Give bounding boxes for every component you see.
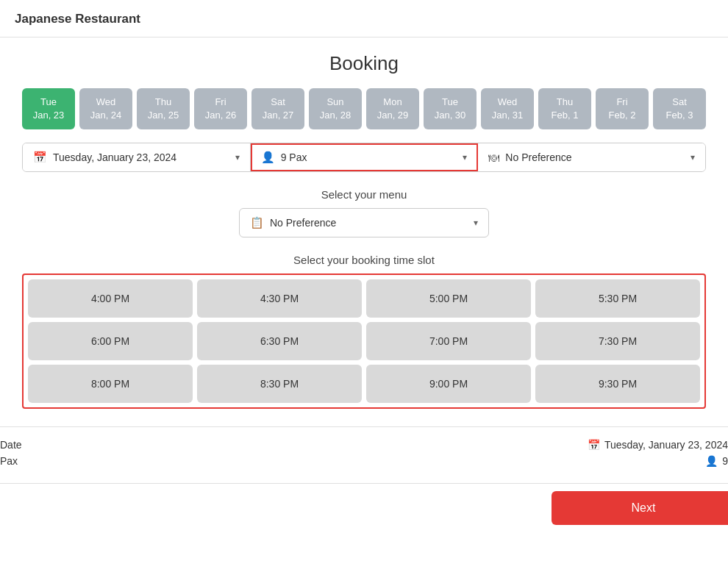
date-tab-9[interactable]: ThuFeb, 1 bbox=[538, 88, 591, 129]
date-tab-4[interactable]: SatJan, 27 bbox=[251, 88, 304, 129]
timeslots-grid: 4:00 PM4:30 PM5:00 PM5:30 PM6:00 PM6:30 … bbox=[28, 279, 700, 403]
timeslot-1[interactable]: 4:30 PM bbox=[197, 279, 362, 318]
date-tab-day: Thu bbox=[557, 96, 573, 107]
timeslot-8[interactable]: 8:00 PM bbox=[28, 365, 193, 403]
date-tab-day: Thu bbox=[155, 96, 171, 107]
date-tab-day: Sun bbox=[326, 96, 343, 107]
date-tab-8[interactable]: WedJan, 31 bbox=[481, 88, 534, 129]
date-chevron-icon: ▾ bbox=[235, 152, 240, 162]
date-tab-date: Jan, 30 bbox=[435, 110, 466, 121]
main-content: Booking TueJan, 23WedJan, 24ThuJan, 25Fr… bbox=[0, 37, 728, 409]
summary-pax-row: Pax 👤 9 bbox=[0, 455, 728, 467]
timeslot-2[interactable]: 5:00 PM bbox=[366, 279, 531, 318]
date-tab-6[interactable]: MonJan, 29 bbox=[366, 88, 419, 129]
page-header: Japanese Restaurant bbox=[0, 0, 728, 37]
date-tab-day: Tue bbox=[40, 96, 57, 107]
date-tab-day: Sat bbox=[672, 96, 687, 107]
date-tab-date: Jan, 27 bbox=[263, 110, 294, 121]
pax-chevron-icon: ▾ bbox=[463, 152, 467, 162]
summary-date-value: 📅 Tuesday, January 23, 2024 bbox=[588, 439, 728, 451]
next-button[interactable]: Next bbox=[552, 491, 728, 525]
timeslot-9[interactable]: 8:30 PM bbox=[197, 365, 362, 403]
timeslot-7[interactable]: 7:30 PM bbox=[535, 322, 700, 360]
date-tab-date: Jan, 24 bbox=[90, 110, 122, 121]
date-tab-day: Fri bbox=[215, 96, 226, 107]
date-tab-2[interactable]: ThuJan, 25 bbox=[137, 88, 190, 129]
menu-icon: 📋 bbox=[250, 216, 264, 229]
date-tab-date: Jan, 25 bbox=[148, 110, 179, 121]
date-tab-date: Feb, 1 bbox=[552, 110, 579, 121]
date-tab-date: Jan, 28 bbox=[320, 110, 351, 121]
date-tab-day: Tue bbox=[442, 96, 458, 107]
summary-person-icon: 👤 bbox=[705, 455, 718, 467]
preference-dropdown[interactable]: 🍽 No Preference ▾ bbox=[478, 143, 705, 171]
date-dropdown[interactable]: 📅 Tuesday, January 23, 2024 ▾ bbox=[23, 143, 251, 171]
calendar-icon: 📅 bbox=[33, 151, 47, 164]
date-tab-day: Sat bbox=[271, 96, 285, 107]
menu-chevron-icon: ▾ bbox=[474, 218, 478, 228]
timeslot-10[interactable]: 9:00 PM bbox=[366, 365, 531, 403]
date-tab-7[interactable]: TueJan, 30 bbox=[424, 88, 477, 129]
dropdowns-row: 📅 Tuesday, January 23, 2024 ▾ 👤 9 Pax ▾ … bbox=[22, 143, 706, 172]
booking-title: Booking bbox=[22, 52, 706, 75]
timeslot-0[interactable]: 4:00 PM bbox=[28, 279, 193, 318]
date-tab-date: Jan, 23 bbox=[33, 110, 65, 121]
menu-section-label: Select your menu bbox=[22, 188, 706, 201]
date-tab-day: Wed bbox=[96, 96, 116, 107]
fork-knife-icon: 🍽 bbox=[488, 151, 499, 164]
pax-dropdown[interactable]: 👤 9 Pax ▾ bbox=[251, 143, 479, 171]
date-tab-date: Feb, 2 bbox=[609, 110, 636, 121]
date-tab-day: Fri bbox=[616, 96, 627, 107]
date-tab-11[interactable]: SatFeb, 3 bbox=[653, 88, 706, 129]
date-tab-10[interactable]: FriFeb, 2 bbox=[596, 88, 649, 129]
date-tabs-row: TueJan, 23WedJan, 24ThuJan, 25FriJan, 26… bbox=[22, 88, 706, 129]
timeslot-6[interactable]: 7:00 PM bbox=[366, 322, 531, 360]
timeslot-11[interactable]: 9:30 PM bbox=[535, 365, 700, 403]
timeslot-5[interactable]: 6:30 PM bbox=[197, 322, 362, 360]
timeslot-4[interactable]: 6:00 PM bbox=[28, 322, 193, 360]
date-dropdown-value: Tuesday, January 23, 2024 bbox=[53, 151, 229, 163]
date-tab-3[interactable]: FriJan, 26 bbox=[194, 88, 247, 129]
timeslot-section-label: Select your booking time slot bbox=[22, 254, 706, 266]
date-tab-date: Feb, 3 bbox=[666, 110, 693, 121]
pax-dropdown-value: 9 Pax bbox=[281, 151, 457, 163]
summary-section: Date 📅 Tuesday, January 23, 2024 Pax 👤 9 bbox=[0, 426, 728, 483]
next-row: Next bbox=[0, 483, 728, 532]
date-tab-5[interactable]: SunJan, 28 bbox=[309, 88, 362, 129]
date-tab-day: Wed bbox=[498, 96, 518, 107]
date-tab-date: Jan, 26 bbox=[205, 110, 237, 121]
page-title: Japanese Restaurant bbox=[15, 12, 140, 26]
menu-dropdown-value: No Preference bbox=[270, 217, 468, 229]
summary-date-label: Date bbox=[0, 439, 22, 451]
preference-chevron-icon: ▾ bbox=[690, 152, 695, 162]
date-tab-1[interactable]: WedJan, 24 bbox=[79, 88, 132, 129]
summary-calendar-icon: 📅 bbox=[588, 439, 600, 451]
preference-dropdown-value: No Preference bbox=[505, 151, 685, 163]
menu-dropdown[interactable]: 📋 No Preference ▾ bbox=[239, 208, 489, 237]
date-tab-0[interactable]: TueJan, 23 bbox=[22, 88, 75, 129]
date-tab-date: Jan, 31 bbox=[492, 110, 524, 121]
timeslot-3[interactable]: 5:30 PM bbox=[535, 279, 700, 318]
summary-pax-label: Pax bbox=[0, 455, 18, 467]
date-tab-day: Mon bbox=[383, 96, 402, 107]
summary-pax-value: 👤 9 bbox=[705, 455, 728, 467]
person-icon: 👤 bbox=[261, 151, 275, 164]
timeslots-grid-wrapper: 4:00 PM4:30 PM5:00 PM5:30 PM6:00 PM6:30 … bbox=[22, 274, 706, 409]
summary-date-row: Date 📅 Tuesday, January 23, 2024 bbox=[0, 439, 728, 451]
date-tab-date: Jan, 29 bbox=[377, 110, 409, 121]
